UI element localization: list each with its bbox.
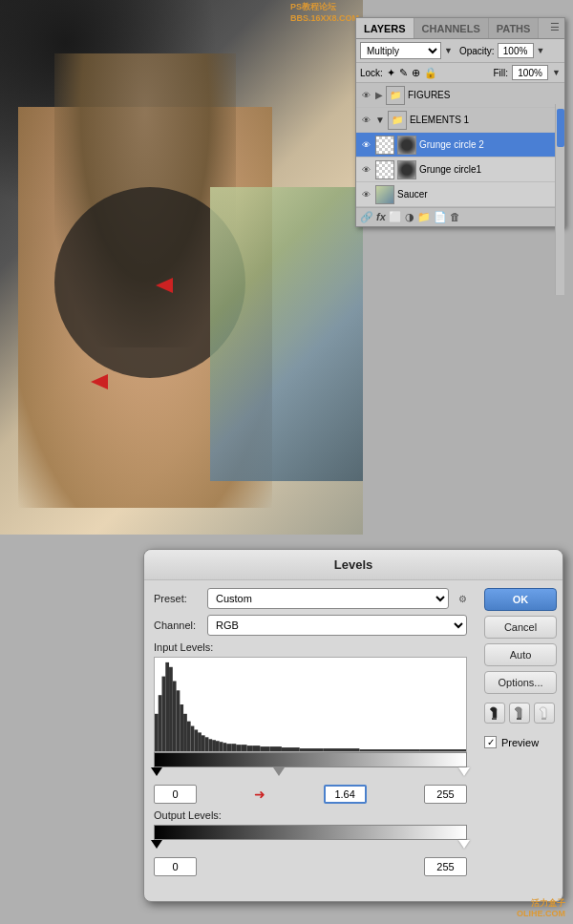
- eye-icon-saucer[interactable]: 👁: [359, 188, 372, 201]
- blend-mode-select[interactable]: Multiply: [360, 42, 441, 59]
- svg-rect-13: [202, 735, 205, 751]
- svg-rect-14: [205, 737, 209, 751]
- white-triangle[interactable]: [458, 767, 470, 776]
- opacity-arrow-icon: ▼: [537, 46, 545, 55]
- blend-arrow-icon: ▼: [444, 46, 453, 55]
- folder-icon-figures: 📁: [386, 86, 405, 105]
- eye-icon-grunge2[interactable]: 👁: [359, 138, 372, 152]
- eye-icon-figures[interactable]: 👁: [359, 89, 372, 102]
- lock-move-icon[interactable]: ✦: [387, 67, 395, 79]
- output-max-field[interactable]: 255: [424, 857, 467, 876]
- svg-rect-26: [260, 746, 269, 751]
- fill-input[interactable]: [512, 65, 548, 80]
- gray-eyedropper[interactable]: [509, 703, 530, 724]
- fx-icon[interactable]: fx: [376, 211, 386, 223]
- watermark-bottom: 活力盒子 OLIHE.COM: [517, 898, 565, 920]
- input-gradient-slider: [154, 752, 467, 767]
- output-min-field[interactable]: 0: [154, 857, 197, 876]
- blend-mode-row: Multiply ▼ Opacity: ▼: [356, 39, 564, 63]
- tab-paths[interactable]: PATHS: [489, 18, 540, 38]
- options-button[interactable]: Options...: [484, 671, 557, 694]
- delete-icon[interactable]: 🗑: [450, 211, 460, 223]
- svg-rect-32: [419, 749, 466, 751]
- panel-tabs: LAYERS CHANNELS PATHS ☰: [356, 18, 564, 39]
- output-levels-label: Output Levels:: [154, 809, 467, 821]
- levels-dialog: Levels Preset: Custom ⚙ Channel: RGB Inp…: [143, 549, 563, 902]
- cancel-button[interactable]: Cancel: [484, 616, 557, 639]
- svg-rect-16: [212, 740, 216, 751]
- input-gradient[interactable]: [154, 752, 467, 767]
- auto-button[interactable]: Auto: [484, 643, 557, 666]
- output-black-triangle[interactable]: [151, 840, 162, 849]
- svg-rect-0: [155, 714, 159, 751]
- svg-rect-9: [187, 722, 191, 751]
- svg-rect-18: [220, 742, 223, 751]
- svg-rect-19: [223, 743, 226, 751]
- layers-list: 👁 ▶ 📁 FIGURES 👁 ▼ 📁 ELEMENTS 1 👁 Grunge …: [356, 83, 564, 207]
- folder-icon-elements1: 📁: [388, 111, 407, 130]
- black-triangle[interactable]: [151, 767, 162, 776]
- svg-rect-2: [162, 677, 166, 751]
- preset-label: Preset:: [154, 593, 202, 604]
- preview-checkbox[interactable]: ✓: [484, 736, 497, 748]
- dialog-right: OK Cancel Auto Options...: [477, 580, 562, 890]
- tab-channels[interactable]: CHANNELS: [414, 18, 489, 38]
- red-arrow-right-2: [91, 374, 108, 389]
- input-min-field[interactable]: 0: [154, 785, 197, 804]
- input-mid-field[interactable]: 1.64: [324, 785, 367, 804]
- eyedropper-row: [484, 703, 555, 724]
- output-gradient[interactable]: [154, 825, 467, 840]
- panel-bottom-icons: 🔗 fx ⬜ ◑ 📁 📄 🗑: [356, 207, 564, 226]
- svg-rect-20: [226, 744, 231, 751]
- eye-icon-grunge1[interactable]: 👁: [359, 163, 372, 177]
- mask-grunge1: [397, 160, 416, 179]
- opacity-label: Opacity:: [459, 46, 495, 56]
- mid-triangle[interactable]: [273, 767, 285, 776]
- layer-item-grunge1[interactable]: 👁 Grunge circle1: [356, 158, 564, 182]
- svg-rect-8: [183, 714, 187, 751]
- white-eyedropper[interactable]: [534, 703, 555, 724]
- folder-new-icon[interactable]: 📁: [417, 211, 431, 223]
- arrow-figures: ▶: [375, 90, 383, 100]
- layer-item-grunge2[interactable]: 👁 Grunge circle 2: [356, 133, 564, 158]
- svg-rect-11: [194, 729, 198, 751]
- mask-grunge2: [397, 136, 416, 155]
- preset-settings-icon[interactable]: ⚙: [458, 594, 467, 604]
- channel-select[interactable]: RGB: [207, 615, 467, 636]
- svg-rect-31: [359, 749, 419, 751]
- preview-label: Preview: [501, 737, 539, 748]
- layers-panel: LAYERS CHANNELS PATHS ☰ Multiply ▼ Opaci…: [355, 17, 565, 227]
- adjustment-icon[interactable]: ◑: [405, 211, 414, 223]
- mask-icon[interactable]: ⬜: [389, 211, 402, 223]
- lock-all-icon[interactable]: 🔒: [424, 67, 437, 79]
- svg-rect-27: [269, 746, 282, 751]
- opacity-input[interactable]: [498, 43, 534, 58]
- layer-name-grunge1: Grunge circle1: [419, 164, 562, 175]
- svg-rect-12: [198, 732, 202, 751]
- svg-rect-7: [180, 704, 183, 751]
- layer-item-figures[interactable]: 👁 ▶ 📁 FIGURES: [356, 83, 564, 108]
- new-layer-icon[interactable]: 📄: [434, 211, 447, 223]
- lock-fill-row: Lock: ✦ ✎ ⊕ 🔒 Fill: ▼: [356, 63, 564, 83]
- dialog-left: Preset: Custom ⚙ Channel: RGB Input Leve…: [144, 580, 477, 890]
- preset-select[interactable]: Custom: [207, 588, 449, 609]
- preview-row: ✓ Preview: [484, 736, 555, 748]
- tab-layers[interactable]: LAYERS: [356, 18, 414, 38]
- lock-position-icon[interactable]: ⊕: [412, 67, 420, 79]
- svg-rect-6: [177, 690, 180, 751]
- layers-scrollbar[interactable]: [555, 104, 564, 295]
- panel-menu-icon[interactable]: ☰: [545, 18, 564, 38]
- svg-rect-21: [231, 744, 236, 751]
- lock-paint-icon[interactable]: ✎: [399, 67, 408, 79]
- canvas-area: PS教程论坛 BBS.16XX8.COM: [0, 0, 363, 535]
- layer-item-saucer[interactable]: 👁 Saucer: [356, 182, 564, 207]
- eye-icon-elements1[interactable]: 👁: [359, 114, 372, 127]
- black-eyedropper[interactable]: [484, 703, 505, 724]
- link-icon[interactable]: 🔗: [360, 211, 373, 223]
- input-max-field[interactable]: 255: [424, 785, 467, 804]
- output-white-triangle[interactable]: [458, 840, 470, 849]
- output-level-values: 0 255: [154, 857, 467, 876]
- ok-button[interactable]: OK: [484, 588, 557, 611]
- svg-rect-29: [300, 748, 324, 751]
- layer-item-elements1[interactable]: 👁 ▼ 📁 ELEMENTS 1: [356, 108, 564, 133]
